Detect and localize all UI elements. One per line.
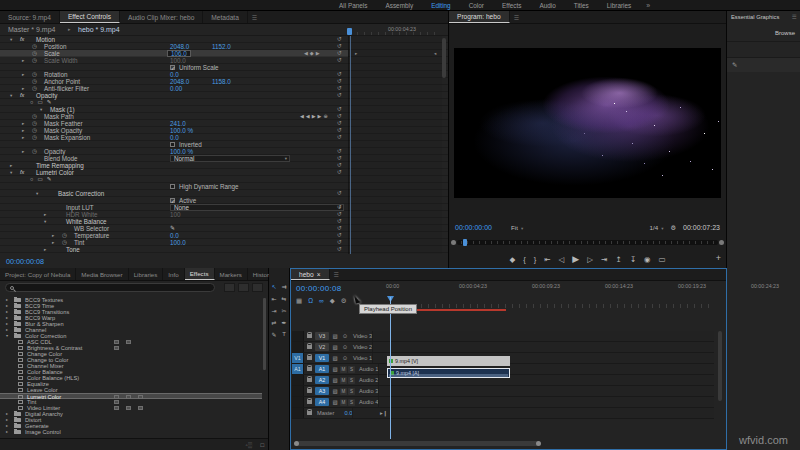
rect-mask-icon[interactable]: ▭ <box>37 99 46 105</box>
solo-button[interactable]: S <box>348 366 355 373</box>
twirl-icon[interactable]: ▸ <box>10 162 12 169</box>
panel-tab[interactable]: Media Browser <box>76 268 128 280</box>
panel-tab[interactable]: Project: Copy of Nebula <box>0 268 76 280</box>
playback-resolution-dropdown[interactable]: 1/4▾ <box>650 224 664 231</box>
reset-icon[interactable]: ↺ <box>337 162 342 169</box>
timeline-toolbar-icon[interactable]: ▦ <box>296 297 302 305</box>
transport-button[interactable]: ◁ <box>559 255 565 264</box>
effect-property-row[interactable]: ▸ fx ◷ Rotation 0.0 ▾ ○▭✎ ◀◀▶▶⊕ ◀◆▶ ✎ ↺ … <box>0 71 448 78</box>
sync-lock-icon[interactable]: ▨ <box>330 377 340 383</box>
reset-icon[interactable]: ↺ <box>337 113 342 120</box>
workspace-overflow-icon[interactable]: » <box>640 2 650 9</box>
solo-button[interactable]: S <box>348 377 355 384</box>
lock-icon[interactable] <box>304 378 314 382</box>
source-patch[interactable] <box>292 375 304 385</box>
stopwatch-icon[interactable]: ◷ <box>32 148 37 155</box>
transport-button[interactable]: ↧ <box>630 255 636 264</box>
eyedropper-icon[interactable]: ✎ <box>170 225 175 232</box>
essential-graphics-title[interactable]: Essential Graphics <box>731 14 779 20</box>
twirl-icon[interactable]: ▾ <box>10 169 12 176</box>
source-patch[interactable]: V1 <box>292 353 304 363</box>
source-patch[interactable]: A1 <box>292 364 304 374</box>
twirl-icon[interactable]: ▸ <box>44 246 46 253</box>
effect-property-row[interactable]: ▸ fx ◷ Tint 100.0 ▾ ○▭✎ ◀◀▶▶⊕ ◀◆▶ ✎ ↺ ▸ … <box>0 239 448 246</box>
fx-badge-icon[interactable]: fx <box>20 92 24 99</box>
panel-menu-icon[interactable]: ☰ <box>510 11 523 23</box>
reset-icon[interactable]: ↺ <box>337 211 342 218</box>
stopwatch-icon[interactable]: ◷ <box>32 134 37 141</box>
lock-icon[interactable] <box>304 356 314 360</box>
pen-mask-icon[interactable]: ✎ <box>47 99 56 105</box>
effect-controls-timecode[interactable]: 00:00:00:08 <box>6 257 44 266</box>
stopwatch-icon[interactable]: ◷ <box>32 113 37 120</box>
pen-mask-icon[interactable]: ✎ <box>47 176 56 182</box>
property-value[interactable]: 241.0 <box>170 120 186 127</box>
track-lane[interactable] <box>352 408 714 418</box>
timeline-toolbar-icon[interactable]: ◆ <box>330 297 335 305</box>
reset-icon[interactable]: ↺ <box>337 127 342 134</box>
dropdown[interactable]: None▾ <box>170 204 344 211</box>
filter-yuv-effects-button[interactable] <box>252 283 263 292</box>
effect-property-row[interactable]: fx ◷ High Dynamic Range ▾ ○▭✎ ◀◀▶▶⊕ ◀◆▶ … <box>0 183 448 190</box>
effect-property-row[interactable]: fx ◷ ▾ ○▭✎ ◀◀▶▶⊕ ◀◆▶ ✎ ↺ ▸ ◂ <box>0 176 448 183</box>
solo-button[interactable]: S <box>348 399 355 406</box>
track-lane[interactable] <box>378 386 714 396</box>
reset-icon[interactable]: ↺ <box>337 134 342 141</box>
rect-mask-icon[interactable]: ▭ <box>37 176 46 182</box>
scrubber-right-handle[interactable] <box>719 240 724 245</box>
effect-property-row[interactable]: fx ◷ Anchor Point 2048.0 1158.0 ▾ ○▭✎ ◀◀… <box>0 78 448 85</box>
track-target-button[interactable]: A3 <box>315 387 329 395</box>
twirl-icon[interactable]: ▸ <box>44 211 46 218</box>
property-value[interactable]: 0.0 <box>170 134 179 141</box>
stopwatch-icon[interactable]: ◷ <box>62 232 67 239</box>
playhead-line[interactable] <box>350 36 351 254</box>
tool-button[interactable]: ⇄ <box>269 316 279 328</box>
twirl-icon[interactable]: ▸ <box>22 120 24 127</box>
effect-property-row[interactable]: ▾ fx ◷ Basic Correction ▾ ○▭✎ ◀◀▶▶⊕ ◀◆▶ … <box>0 190 448 197</box>
mini-playhead-handle[interactable] <box>347 28 352 35</box>
audio-clip-selected[interactable]: 9.mp4 [A] <box>387 368 510 378</box>
tool-button[interactable]: ✎ <box>269 328 279 340</box>
video-clip[interactable]: 9.mp4 [V] <box>387 356 510 366</box>
new-custom-bin-icon[interactable]: ◦░ <box>246 442 252 448</box>
stopwatch-icon[interactable]: ◷ <box>32 120 37 127</box>
sync-lock-icon[interactable]: ▨ <box>330 333 340 339</box>
effect-property-row[interactable]: ▾ fx ◷ Opacity ▾ ○▭✎ ◀◀▶▶⊕ ◀◆▶ ✎ ↺ ▸ ◂ <box>0 92 448 99</box>
scrubber-playhead[interactable] <box>463 239 467 246</box>
property-value[interactable]: 100.0 <box>170 239 186 246</box>
twirl-icon[interactable]: ▸ <box>22 85 24 92</box>
video-track-row[interactable]: V2 ▨ ⊙ Video 2 <box>292 342 714 353</box>
reset-icon[interactable]: ↺ <box>337 57 342 64</box>
fx-badge-icon[interactable]: fx <box>20 36 24 43</box>
reset-icon[interactable]: ↺ <box>337 92 342 99</box>
audio-track-row[interactable]: A3 ▨ M S Audio 3 <box>292 386 714 397</box>
scrubber-left-handle[interactable] <box>451 240 456 245</box>
property-value[interactable]: 0.00 <box>170 85 182 92</box>
workspace-item[interactable]: Effects <box>493 2 530 9</box>
keyframe-nav-icons[interactable]: ◀◆▶ <box>304 50 322 57</box>
vertical-scrollbar[interactable] <box>718 331 722 401</box>
timeline-toolbar-icon[interactable]: ⚙ <box>341 297 347 305</box>
scrollbar[interactable] <box>263 298 266 370</box>
panel-menu-icon[interactable]: ☰ <box>792 14 797 20</box>
effect-property-row[interactable]: ▸ fx ◷ Mask Opacity 100.0 % ▾ ○▭✎ ◀◀▶▶⊕ … <box>0 127 448 134</box>
checkbox[interactable] <box>170 142 175 147</box>
toggle-track-output-icon[interactable]: ⊙ <box>340 355 350 361</box>
reset-icon[interactable]: ↺ <box>337 190 342 197</box>
effect-property-row[interactable]: fx ◷ Position 2048.0 1152.0 ▾ ○▭✎ ◀◀▶▶⊕ … <box>0 43 448 50</box>
stopwatch-icon[interactable]: ◷ <box>32 127 37 134</box>
horizontal-scrollbar[interactable] <box>295 441 540 446</box>
reset-icon[interactable]: ↺ <box>337 239 342 246</box>
workspace-item[interactable]: Titles <box>565 2 598 9</box>
stopwatch-icon[interactable]: ◷ <box>32 78 37 85</box>
effect-property-row[interactable]: ▸ fx ◷ Opacity 100.0 % ▾ ○▭✎ ◀◀▶▶⊕ ◀◆▶ ✎… <box>0 148 448 155</box>
video-track-row[interactable]: V3 ▨ ⊙ Video 3 <box>292 331 714 342</box>
transport-button[interactable]: ◉ <box>644 255 651 264</box>
effect-property-row[interactable]: ▸ fx ◷ Scale Width 100.0 ▾ ○▭✎ ◀◀▶▶⊕ ◀◆▶… <box>0 57 448 64</box>
effect-property-row[interactable]: fx ◷ Mask Path ▾ ○▭✎ ◀◀▶▶⊕ ◀◆▶ ✎ ↺ ▸ ◂ <box>0 113 448 120</box>
lock-icon[interactable] <box>304 411 314 415</box>
workspace-item[interactable]: Editing <box>422 2 460 9</box>
reset-icon[interactable]: ↺ <box>337 50 342 57</box>
reset-icon[interactable]: ↺ <box>337 232 342 239</box>
mute-button[interactable]: M <box>340 399 347 406</box>
